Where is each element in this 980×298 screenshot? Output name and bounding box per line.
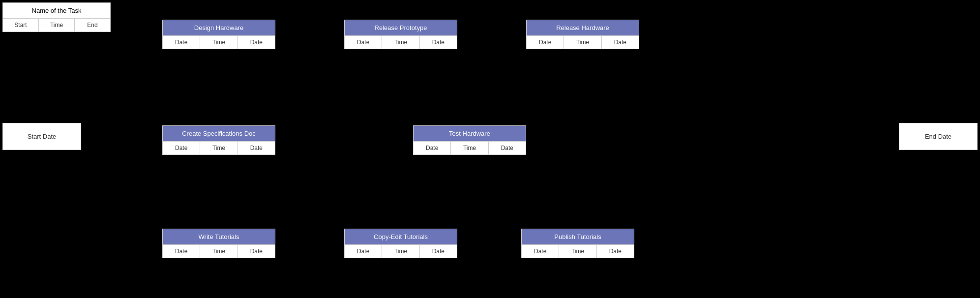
task-header-write-tutorials: Write Tutorials	[163, 229, 275, 244]
legend-col1: Start	[3, 19, 39, 31]
start-date-label: Start Date	[28, 133, 57, 140]
task-col3-design-hardware: Date	[238, 36, 275, 49]
task-col1-publish-tutorials: Date	[522, 245, 559, 258]
legend-card: Name of the Task Start Time End	[2, 2, 111, 32]
task-col2-publish-tutorials: Time	[559, 245, 596, 258]
task-card-release-prototype: Release Prototype Date Time Date	[344, 20, 457, 49]
task-col1-copy-edit-tutorials: Date	[345, 245, 382, 258]
task-col2-create-specs: Time	[200, 142, 238, 154]
task-col2-design-hardware: Time	[200, 36, 238, 49]
task-card-publish-tutorials: Publish Tutorials Date Time Date	[521, 229, 634, 258]
task-card-release-hardware: Release Hardware Date Time Date	[526, 20, 639, 49]
task-col3-copy-edit-tutorials: Date	[420, 245, 457, 258]
legend-col3: End	[75, 19, 110, 31]
task-col1-release-prototype: Date	[345, 36, 382, 49]
task-col3-create-specs: Date	[238, 142, 275, 154]
start-date-box: Start Date	[2, 123, 81, 150]
task-col1-design-hardware: Date	[163, 36, 200, 49]
task-col1-release-hardware: Date	[527, 36, 564, 49]
task-col3-release-prototype: Date	[420, 36, 457, 49]
task-header-copy-edit-tutorials: Copy-Edit Tutorials	[345, 229, 457, 244]
task-col1-write-tutorials: Date	[163, 245, 200, 258]
task-col2-write-tutorials: Time	[200, 245, 238, 258]
task-header-design-hardware: Design Hardware	[163, 20, 275, 35]
task-col2-test-hardware: Time	[451, 142, 488, 154]
task-header-publish-tutorials: Publish Tutorials	[522, 229, 634, 244]
task-header-test-hardware: Test Hardware	[414, 126, 526, 141]
task-col1-create-specs: Date	[163, 142, 200, 154]
task-col1-test-hardware: Date	[414, 142, 451, 154]
task-header-create-specs: Create Specifications Doc	[163, 126, 275, 141]
task-col3-release-hardware: Date	[602, 36, 639, 49]
task-header-release-hardware: Release Hardware	[527, 20, 639, 35]
task-card-design-hardware: Design Hardware Date Time Date	[162, 20, 275, 49]
legend-col2: Time	[39, 19, 75, 31]
task-col2-release-hardware: Time	[564, 36, 601, 49]
task-header-release-prototype: Release Prototype	[345, 20, 457, 35]
task-card-copy-edit-tutorials: Copy-Edit Tutorials Date Time Date	[344, 229, 457, 258]
task-col2-release-prototype: Time	[382, 36, 419, 49]
legend-title: Name of the Task	[3, 3, 110, 19]
task-card-write-tutorials: Write Tutorials Date Time Date	[162, 229, 275, 258]
task-col3-write-tutorials: Date	[238, 245, 275, 258]
task-col3-test-hardware: Date	[489, 142, 526, 154]
task-card-test-hardware: Test Hardware Date Time Date	[413, 125, 526, 155]
task-col3-publish-tutorials: Date	[597, 245, 634, 258]
end-date-box: End Date	[899, 123, 978, 150]
task-col2-copy-edit-tutorials: Time	[382, 245, 419, 258]
end-date-label: End Date	[925, 133, 951, 140]
task-card-create-specs: Create Specifications Doc Date Time Date	[162, 125, 275, 155]
